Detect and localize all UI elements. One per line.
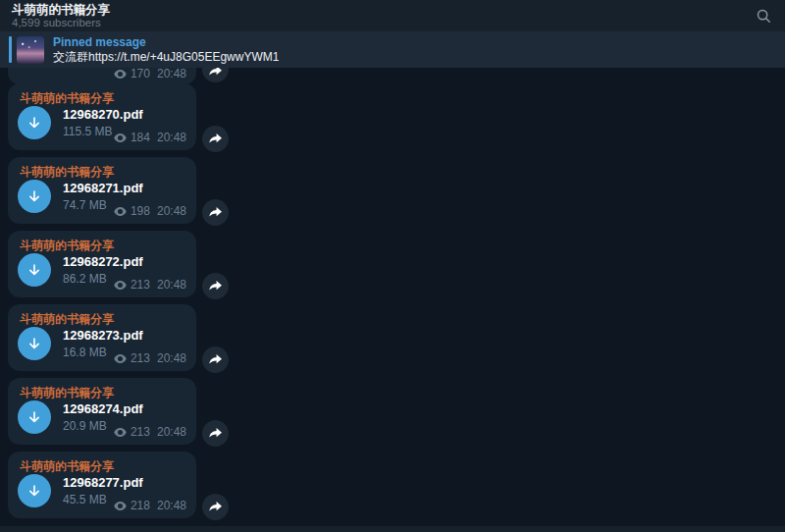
download-icon xyxy=(26,408,43,426)
pinned-text: 交流群https://t.me/+4uJ8G05EEgwwYWM1 xyxy=(53,50,279,65)
file-size: 115.5 MB xyxy=(63,125,112,138)
forward-icon xyxy=(209,281,222,292)
message-row: 斗萌萌的书籍分享 12968271.pdf 74.7 MB 198 20:48 xyxy=(8,157,243,231)
message-bubble[interactable]: 斗萌萌的书籍分享 12968273.pdf 16.8 MB 213 20:48 xyxy=(8,304,196,371)
views-count: 184 xyxy=(131,132,150,143)
message-row: 斗萌萌的书籍分享 12968270.pdf 115.5 MB 184 20:48 xyxy=(8,83,243,157)
file-name[interactable]: 12968273.pdf xyxy=(63,328,143,343)
file-size: 86.2 MB xyxy=(63,272,107,286)
file-name[interactable]: 12968270.pdf xyxy=(63,107,143,122)
download-icon xyxy=(26,261,43,279)
message-sender-name[interactable]: 斗萌萌的书籍分享 xyxy=(20,311,114,328)
views-count: 213 xyxy=(131,426,150,438)
search-icon[interactable] xyxy=(754,6,773,26)
message-bubble[interactable]: 斗萌萌的书籍分享 12968274.pdf 20.9 MB 213 20:48 xyxy=(8,378,196,445)
download-icon xyxy=(26,482,43,500)
views-count: 170 xyxy=(131,68,150,80)
forward-icon xyxy=(209,502,222,512)
forward-button[interactable] xyxy=(202,494,229,520)
bottom-bar xyxy=(0,526,785,532)
download-button[interactable] xyxy=(18,106,51,139)
message-meta: 170 20:48 xyxy=(114,68,186,80)
forward-button[interactable] xyxy=(202,126,229,152)
message-row: 斗萌萌的书籍分享 12968273.pdf 16.8 MB 213 20:48 xyxy=(8,304,243,378)
message-row: 斗萌萌的书籍分享 12968274.pdf 20.9 MB 213 20:48 xyxy=(8,378,243,452)
chat-subscribers-count: 4,599 subscribers xyxy=(12,17,110,29)
download-icon xyxy=(26,187,43,205)
message-sender-name[interactable]: 斗萌萌的书籍分享 xyxy=(20,164,114,181)
pinned-accent-line xyxy=(9,36,12,63)
message-row: 斗萌萌的书籍分享 12968277.pdf 45.5 MB 218 20:48 xyxy=(8,452,243,525)
message-time: 20:48 xyxy=(157,68,186,80)
message-meta: 184 20:48 xyxy=(114,132,186,143)
pinned-label: Pinned message xyxy=(53,35,279,50)
forward-button[interactable] xyxy=(202,273,229,299)
views-eye-icon xyxy=(114,354,127,363)
chat-header-info[interactable]: 斗萌萌的书籍分享 4,599 subscribers xyxy=(12,3,110,29)
views-eye-icon xyxy=(114,207,127,216)
download-icon xyxy=(26,114,43,132)
message-bubble[interactable]: 斗萌萌的书籍分享 12968277.pdf 45.5 MB 218 20:48 xyxy=(8,452,196,518)
message-sender-name[interactable]: 斗萌萌的书籍分享 xyxy=(20,385,114,401)
message-meta: 213 20:48 xyxy=(114,352,186,364)
forward-icon xyxy=(209,133,222,144)
message-time: 20:48 xyxy=(157,279,186,291)
forward-button[interactable] xyxy=(202,346,229,373)
message-bubble[interactable]: 斗萌萌的书籍分享 12968272.pdf 86.2 MB 213 20:48 xyxy=(8,231,196,297)
chat-title: 斗萌萌的书籍分享 xyxy=(12,3,110,17)
message-sender-name[interactable]: 斗萌萌的书籍分享 xyxy=(20,458,114,475)
message-time: 20:48 xyxy=(157,205,186,217)
views-eye-icon xyxy=(114,281,127,290)
forward-icon xyxy=(209,428,222,439)
file-size: 20.9 MB xyxy=(63,419,107,433)
message-row: 斗萌萌的书籍分享 12968272.pdf 86.2 MB 213 20:48 xyxy=(8,231,243,304)
file-size: 74.7 MB xyxy=(63,198,107,212)
download-button[interactable] xyxy=(18,327,51,360)
pinned-message-bar[interactable]: Pinned message 交流群https://t.me/+4uJ8G05E… xyxy=(0,31,785,68)
views-count: 218 xyxy=(131,500,150,511)
views-count: 213 xyxy=(131,279,150,291)
message-sender-name[interactable]: 斗萌萌的书籍分享 xyxy=(20,90,114,107)
forward-icon xyxy=(209,207,222,218)
file-name[interactable]: 12968277.pdf xyxy=(63,475,143,490)
download-button[interactable] xyxy=(18,474,51,507)
message-meta: 218 20:48 xyxy=(114,500,186,511)
message-bubble[interactable]: 斗萌萌的书籍分享 12968271.pdf 74.7 MB 198 20:48 xyxy=(8,157,196,224)
messages-list: 斗萌萌的书籍分享 12968270.pdf 115.5 MB 184 20:48 xyxy=(8,83,243,525)
chat-header[interactable]: 斗萌萌的书籍分享 4,599 subscribers xyxy=(0,0,785,31)
views-eye-icon xyxy=(114,502,127,510)
views-count: 198 xyxy=(131,205,150,217)
forward-icon xyxy=(209,354,222,365)
views-eye-icon xyxy=(114,428,127,437)
download-button[interactable] xyxy=(18,400,51,434)
message-bubble[interactable]: 斗萌萌的书籍分享 12968270.pdf 115.5 MB 184 20:48 xyxy=(8,83,196,150)
message-time: 20:48 xyxy=(157,132,186,143)
views-eye-icon xyxy=(114,70,127,79)
download-icon xyxy=(26,335,43,352)
message-time: 20:48 xyxy=(157,426,186,438)
file-name[interactable]: 12968272.pdf xyxy=(63,254,143,269)
message-meta: 213 20:48 xyxy=(114,426,186,438)
file-name[interactable]: 12968274.pdf xyxy=(63,401,143,416)
views-count: 213 xyxy=(131,352,150,364)
file-size: 16.8 MB xyxy=(63,346,107,359)
download-button[interactable] xyxy=(18,180,51,213)
message-meta: 213 20:48 xyxy=(114,279,186,291)
message-time: 20:48 xyxy=(157,352,186,364)
download-button[interactable] xyxy=(18,253,51,287)
message-sender-name[interactable]: 斗萌萌的书籍分享 xyxy=(20,238,114,254)
file-name[interactable]: 12968271.pdf xyxy=(63,181,143,195)
forward-button[interactable] xyxy=(202,199,229,226)
pinned-thumbnail-image xyxy=(17,36,44,64)
message-time: 20:48 xyxy=(157,500,186,511)
file-size: 45.5 MB xyxy=(63,493,107,506)
views-eye-icon xyxy=(114,133,127,142)
forward-button[interactable] xyxy=(202,420,229,447)
chat-message-area[interactable]: 170 20:48 斗萌萌的书籍分享 12968270.pdf 115.5 MB xyxy=(0,68,785,532)
message-meta: 198 20:48 xyxy=(114,205,186,217)
telegram-channel-view: 斗萌萌的书籍分享 4,599 subscribers Pinned messag… xyxy=(0,0,785,532)
